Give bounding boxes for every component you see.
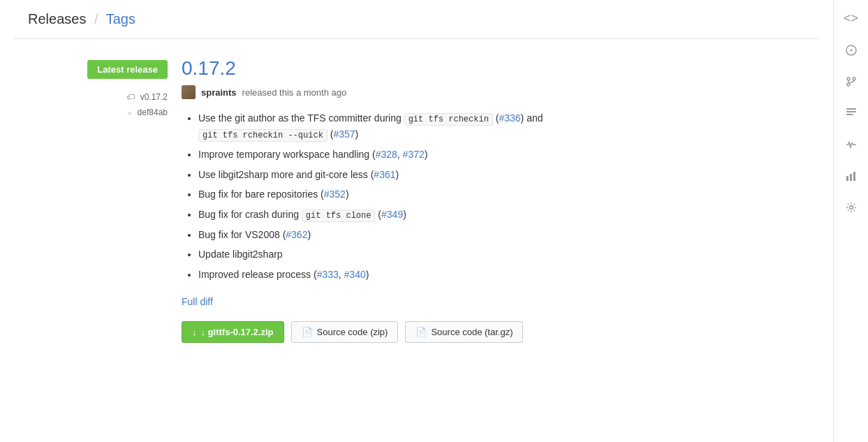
list-item: Improve temporary workspace handling (#3… [198,147,805,162]
list-item: Bug fix for crash during git tfs clone (… [198,207,805,223]
latest-release-badge[interactable]: Latest release [87,60,168,79]
issue-icon[interactable] [846,43,857,57]
release-commit: ⬦ def84ab [126,105,168,121]
releases-layout: Latest release 🏷 v0.17.2 ⬦ def84ab 0.17.… [14,39,819,357]
svg-point-3 [847,83,850,86]
svg-point-1 [850,50,852,52]
tags-link[interactable]: Tags [106,11,135,27]
list-item: Improved release process (#333, #340) [198,267,805,282]
issue-link-333[interactable]: #333 [317,269,339,280]
code-icon[interactable]: <> [844,11,858,26]
issue-link-340[interactable]: #340 [344,269,366,280]
release-author-line: spraints released this a month ago [182,85,805,99]
graph-icon[interactable] [846,168,857,183]
releases-label: Releases [28,11,86,27]
inline-code: git tfs rcheckin [404,113,493,126]
list-item: Bug fix for VS2008 (#362) [198,227,805,242]
release-notes: Use the git author as the TFS committer … [182,110,805,282]
release-meta: 🏷 v0.17.2 ⬦ def84ab [126,90,168,120]
page-header: Releases / Tags [14,0,819,39]
header-separator: / [94,11,98,27]
list-item: Use libgit2sharp more and git-core less … [198,167,805,182]
svg-rect-7 [846,111,856,112]
file-icon: 📄 [415,327,427,337]
download-zip-button[interactable]: ↓ ↓ gittfs-0.17.2.zip [182,321,284,343]
sidebar-icons: <> [833,0,868,442]
wiki-icon[interactable] [846,105,857,120]
tag-icon: 🏷 [126,92,135,102]
release-sidebar: Latest release 🏷 v0.17.2 ⬦ def84ab [28,53,168,343]
page-title: Releases / Tags [28,11,135,27]
issue-link-328[interactable]: #328 [376,149,397,160]
list-item: Update libgit2sharp [198,246,805,262]
issue-link-362[interactable]: #362 [286,229,307,240]
issue-link-352[interactable]: #352 [324,189,346,200]
svg-point-4 [853,78,855,80]
download-icon: ↓ [192,327,197,337]
download-buttons: ↓ ↓ gittfs-0.17.2.zip 📄 Source code (zip… [182,321,805,343]
release-time: released this a month ago [242,87,347,98]
release-main: 0.17.2 spraints released this a month ag… [182,53,805,343]
source-zip-button[interactable]: 📄 Source code (zip) [291,321,399,343]
inline-code: git tfs rcheckin --quick [198,129,328,142]
author-name[interactable]: spraints [201,87,237,98]
issue-link-357[interactable]: #357 [333,128,355,140]
svg-rect-10 [850,174,852,181]
list-item: Use the git author as the TFS committer … [198,110,805,142]
release-tag: 🏷 v0.17.2 [126,90,168,105]
author-avatar [182,85,196,99]
pulse-icon[interactable] [846,137,857,152]
full-diff-link[interactable]: Full diff [182,296,805,307]
list-item: Bug fix for bare repositories (#352) [198,186,805,202]
file-icon: 📄 [302,327,313,337]
svg-point-12 [849,206,853,209]
issue-link-372[interactable]: #372 [403,149,425,160]
svg-rect-11 [853,172,855,181]
svg-rect-8 [846,114,853,115]
settings-icon[interactable] [846,200,857,214]
pull-request-icon[interactable] [846,74,857,89]
release-version[interactable]: 0.17.2 [182,57,805,80]
commit-icon: ⬦ [127,108,132,117]
issue-link-349[interactable]: #349 [381,209,403,220]
inline-code: git tfs clone [302,209,376,222]
issue-link-361[interactable]: #361 [374,169,395,180]
source-targz-button[interactable]: 📄 Source code (tar.gz) [405,321,523,343]
svg-rect-9 [846,176,848,181]
issue-link-336[interactable]: #336 [499,112,520,124]
svg-rect-6 [846,108,856,110]
svg-point-2 [847,78,850,80]
release-bullets: Use the git author as the TFS committer … [182,110,805,282]
